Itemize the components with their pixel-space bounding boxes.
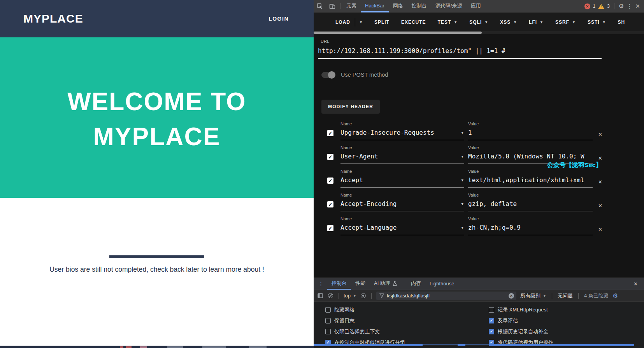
scrollbar-thumb[interactable] [314, 32, 482, 34]
footer-speck [140, 346, 147, 348]
header-checkbox[interactable]: ✓ [327, 201, 333, 207]
divider [339, 293, 339, 299]
tab-network[interactable]: 网络 [389, 0, 407, 12]
tab-application[interactable]: 应用 [466, 0, 485, 12]
console-sidebar-toggle-icon[interactable] [317, 292, 324, 299]
tab-sources[interactable]: 源代码/来源 [431, 0, 467, 12]
name-label: Name [340, 216, 464, 224]
divider [614, 3, 614, 9]
header-name-select[interactable]: User-Agent▼ [340, 153, 464, 164]
header-name-select[interactable]: Upgrade-Insecure-Requests▼ [340, 129, 464, 140]
drawer-tab-console[interactable]: 控制台 [327, 278, 351, 290]
chevron-down-icon: ▼ [572, 20, 576, 24]
header-name-select[interactable]: Accept▼ [340, 176, 464, 188]
browser-page: MYPLACE LOGIN WELCOME TO MYPLACE User bi… [0, 0, 314, 348]
lfi-menu[interactable]: LFI▼ [529, 19, 544, 25]
sqli-menu[interactable]: SQLI▼ [469, 19, 488, 25]
header-checkbox[interactable]: ✓ [327, 154, 333, 160]
remove-header-icon[interactable]: ✕ [593, 155, 602, 161]
header-value-input[interactable]: zh-CN,zh;q=0.9 [468, 224, 593, 235]
setting-eager-eval[interactable]: ✓ 及早评估 [489, 317, 553, 324]
load-caret-icon[interactable]: ▼ [359, 20, 363, 24]
post-method-toggle[interactable] [321, 72, 335, 78]
clear-console-icon[interactable] [327, 292, 334, 299]
drawer-more-icon[interactable]: ⋮ [314, 278, 327, 290]
more-options-icon[interactable]: ⋮ [626, 3, 632, 10]
url-input[interactable]: http://192.168.111.199:3000/profiles/tom… [318, 47, 602, 54]
drawer-tab-performance[interactable]: 性能 [351, 278, 370, 290]
close-devtools-icon[interactable]: ✕ [635, 3, 640, 10]
site-brand: MYPLACE [23, 12, 83, 25]
load-button[interactable]: LOAD [335, 19, 350, 25]
drawer-close-icon[interactable]: ✕ [627, 278, 644, 290]
post-method-row: Use POST method [321, 72, 644, 78]
setting-hide-network[interactable]: 隐藏网络 [325, 306, 405, 313]
chevron-down-icon: ▼ [462, 202, 463, 206]
header-row: Name Value ✓ Upgrade-Insecure-Requests▼ … [327, 121, 644, 140]
checkbox-unchecked-icon [489, 307, 494, 313]
header-value-input[interactable]: gzip, deflate [468, 200, 593, 211]
warning-badge-icon[interactable] [598, 4, 604, 9]
header-value-input[interactable]: text/html,application/xhtml+xml [468, 176, 593, 188]
bio-message: User bios are still not completed, check… [0, 265, 314, 274]
modify-header-button[interactable]: MODIFY HEADER [321, 100, 380, 114]
drawer-tab-ai[interactable]: AI 助理 [370, 278, 401, 290]
ssrf-menu[interactable]: SSRF▼ [555, 19, 576, 25]
divider [578, 293, 579, 299]
hidden-messages-count[interactable]: 4 条已隐藏 [584, 292, 609, 299]
console-settings-gear-icon[interactable]: ⚙ [612, 292, 618, 299]
console-toolbar-right: 所有级别 ▼ 无问题 4 条已隐藏 ⚙ [520, 292, 618, 299]
shell-menu[interactable]: SH [618, 19, 625, 25]
setting-log-xhr[interactable]: 记录 XMLHttpRequest [489, 306, 553, 313]
header-name-select[interactable]: Accept-Language▼ [340, 224, 464, 235]
header-checkbox[interactable]: ✓ [327, 130, 333, 136]
drawer-tabbar: ⋮ 控制台 性能 AI 助理 内存 Lighthouse ✕ [314, 278, 644, 290]
divider [371, 293, 372, 299]
drawer-tab-lighthouse[interactable]: Lighthouse [425, 278, 459, 290]
remove-header-icon[interactable]: ✕ [593, 227, 602, 232]
context-selector[interactable]: top ▼ [344, 293, 356, 299]
ssti-menu[interactable]: SSTI▼ [588, 19, 606, 25]
settings-gear-icon[interactable]: ⚙ [619, 3, 624, 10]
tab-hackbar[interactable]: HackBar [361, 0, 389, 12]
remove-header-icon[interactable]: ✕ [593, 132, 602, 137]
chevron-down-icon: ▼ [462, 226, 463, 230]
header-checkbox[interactable]: ✓ [327, 225, 333, 231]
clear-filter-icon[interactable]: ✕ [509, 293, 514, 299]
inspect-element-icon[interactable] [314, 0, 326, 12]
horizontal-scrollbar[interactable] [314, 31, 644, 34]
header-checkbox[interactable]: ✓ [327, 178, 333, 184]
live-expression-icon[interactable] [360, 292, 367, 299]
log-levels-dropdown[interactable]: 所有级别 ▼ [520, 292, 546, 299]
console-filter-input[interactable]: ksjfdkasdalskjflasjfl ✕ [376, 292, 516, 300]
chevron-down-icon: ▼ [484, 20, 488, 24]
login-link[interactable]: LOGIN [268, 16, 289, 22]
header-name-select[interactable]: Accept-Encoding▼ [340, 200, 464, 211]
checkbox-unchecked-icon [325, 329, 331, 334]
drawer-tab-memory[interactable]: 内存 [407, 278, 425, 290]
toggle-knob [328, 71, 335, 79]
tab-console[interactable]: 控制台 [407, 0, 431, 12]
split-button[interactable]: SPLIT [374, 19, 390, 25]
setting-autocomplete-history[interactable]: ✓ 根据历史记录自动补全 [489, 328, 553, 335]
devtools-tabbar: 元素 HackBar 网络 控制台 源代码/来源 应用 ✕ 1 3 ⚙ ⋮ ✕ [314, 0, 644, 13]
remove-header-icon[interactable]: ✕ [593, 203, 602, 209]
checkbox-unchecked-icon [325, 307, 331, 313]
load-button-group: LOAD ▼ [335, 18, 363, 26]
setting-preserve-log[interactable]: 保留日志 [325, 317, 405, 324]
hero-title-line1: WELCOME TO [67, 89, 246, 114]
issues-counter[interactable]: 无问题 [558, 292, 573, 299]
divider [340, 3, 340, 9]
test-menu[interactable]: TEST▼ [438, 19, 458, 25]
header-value-input[interactable]: 1 [468, 129, 593, 140]
setting-selected-context-only[interactable]: 仅限已选择的上下文 [325, 328, 405, 335]
remove-header-icon[interactable]: ✕ [593, 179, 602, 185]
device-toolbar-icon[interactable] [326, 0, 339, 12]
filter-text: ksjfdkasdalskjflasjfl [387, 293, 506, 299]
error-badge-icon[interactable]: ✕ [584, 4, 590, 9]
execute-button[interactable]: EXECUTE [401, 19, 426, 25]
xss-menu[interactable]: XSS▼ [500, 19, 517, 25]
tab-elements[interactable]: 元素 [342, 0, 361, 12]
chevron-down-icon: ▼ [462, 131, 463, 135]
console-settings-panel: 隐藏网络 保留日志 仅限已选择的上下文 ✓ 在控制台中对相似消息进行分组 [314, 302, 644, 346]
